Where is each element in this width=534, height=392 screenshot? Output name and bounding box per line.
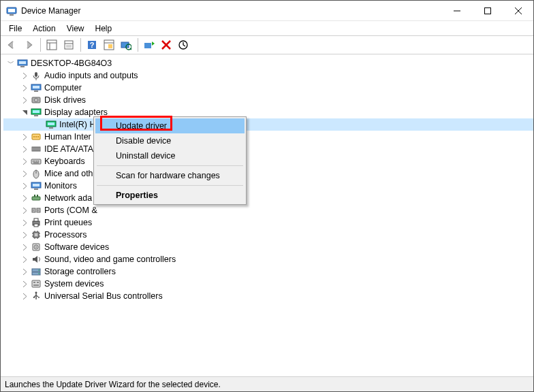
toolbar-separator — [80, 38, 81, 52]
tree-item-label: Keyboards — [44, 155, 85, 167]
tree-item[interactable]: Sound, video and game controllers — [3, 253, 533, 265]
tree-item[interactable]: Storage controllers — [3, 265, 533, 278]
action-button[interactable] — [101, 37, 117, 53]
svg-point-98 — [38, 297, 40, 298]
tree-item-label: Network ada — [44, 192, 92, 204]
tree-item[interactable]: Print queues — [3, 216, 533, 229]
svg-rect-75 — [35, 233, 37, 236]
menu-separator — [97, 165, 243, 166]
svg-rect-97 — [33, 297, 35, 298]
toolbar-separator — [40, 38, 41, 52]
expand-icon[interactable] — [20, 169, 29, 178]
svg-point-45 — [35, 136, 37, 137]
disable-button[interactable] — [175, 37, 191, 53]
software-icon — [31, 242, 42, 252]
display-icon — [31, 107, 42, 118]
tree-item-label: Sound, video and game controllers — [44, 253, 176, 265]
svg-rect-7 — [47, 40, 57, 50]
menu-file[interactable]: File — [3, 22, 27, 35]
tree-item[interactable]: Keyboards — [3, 155, 533, 167]
expand-icon[interactable] — [20, 291, 29, 301]
context-menu-item[interactable]: Update driver — [95, 118, 245, 133]
tree-content[interactable]: ﹀ DESKTOP-4BG84O3 Audio inputs and outpu… — [1, 54, 533, 376]
spacer — [35, 120, 44, 129]
svg-rect-91 — [32, 280, 40, 287]
toolbar-separator — [138, 38, 138, 52]
collapse-icon[interactable] — [20, 108, 29, 117]
tree-item[interactable]: IDE ATA/ATAF — [3, 143, 533, 155]
context-menu-item[interactable]: Scan for hardware changes — [95, 168, 245, 183]
show-hide-tree-button[interactable] — [44, 37, 60, 53]
uninstall-button[interactable] — [158, 37, 174, 53]
menu-action[interactable]: Action — [27, 22, 61, 35]
expand-icon[interactable] — [20, 132, 29, 142]
forward-button[interactable] — [20, 37, 37, 53]
minimize-button[interactable] — [441, 1, 472, 20]
hid-icon — [31, 131, 42, 142]
device-tree[interactable]: ﹀ DESKTOP-4BG84O3 Audio inputs and outpu… — [3, 57, 533, 302]
computer-icon — [17, 58, 28, 69]
tree-item[interactable]: System devices — [3, 278, 533, 290]
tree-item[interactable]: Audio inputs and outputs — [3, 69, 533, 82]
tree-item[interactable]: Network ada — [3, 192, 533, 204]
ports-icon — [31, 205, 42, 216]
sound-icon — [31, 254, 42, 265]
expand-icon[interactable] — [20, 181, 29, 191]
tree-item-label: Software devices — [44, 241, 109, 253]
expand-icon[interactable] — [20, 83, 29, 93]
svg-rect-38 — [33, 110, 40, 113]
menu-help[interactable]: Help — [90, 22, 118, 35]
expand-icon[interactable] — [20, 255, 29, 264]
menu-view[interactable]: View — [61, 22, 90, 35]
expand-icon[interactable] — [20, 144, 29, 154]
svg-rect-22 — [144, 43, 151, 48]
help-button[interactable]: ? — [84, 37, 100, 53]
menubar: File Action View Help — [1, 21, 533, 35]
tree-item[interactable]: Intel(R) HD Graphics 4600 — [3, 118, 533, 131]
tree-item-label: Monitors — [44, 180, 77, 192]
computer-icon — [31, 82, 42, 93]
storage-icon — [31, 266, 42, 277]
device-manager-window: Device Manager File Action View Help ? ﹀ — [0, 0, 534, 392]
svg-rect-94 — [33, 284, 39, 286]
tree-item[interactable]: Ports (COM & — [3, 204, 533, 216]
expand-icon[interactable] — [20, 193, 29, 203]
properties-button[interactable] — [61, 37, 77, 53]
expand-icon[interactable] — [20, 279, 29, 289]
context-menu-item[interactable]: Disable device — [95, 133, 245, 148]
expand-icon[interactable] — [20, 267, 29, 276]
tree-item[interactable]: Universal Serial Bus controllers — [3, 290, 533, 302]
context-menu-item[interactable]: Properties — [95, 188, 245, 203]
close-button[interactable] — [503, 1, 533, 20]
update-driver-button[interactable] — [141, 37, 157, 53]
svg-rect-92 — [33, 282, 35, 283]
expand-icon[interactable] — [20, 95, 29, 105]
disk-icon — [31, 95, 42, 105]
tree-item[interactable]: Computer — [3, 82, 533, 94]
tree-item-label: System devices — [44, 278, 104, 290]
tree-item[interactable]: Disk drives — [3, 94, 533, 106]
scan-hardware-button[interactable] — [118, 37, 134, 53]
tree-item[interactable]: Mice and oth — [3, 167, 533, 180]
expand-icon[interactable] — [20, 230, 29, 240]
tree-root[interactable]: ﹀ DESKTOP-4BG84O3 — [3, 57, 533, 69]
expand-icon[interactable] — [20, 206, 29, 215]
expand-icon[interactable] — [20, 218, 29, 227]
maximize-button[interactable] — [472, 1, 503, 20]
expander-icon[interactable]: ﹀ — [6, 59, 16, 68]
expand-icon[interactable] — [20, 157, 29, 166]
tree-item[interactable]: Human Inter — [3, 131, 533, 143]
svg-rect-57 — [38, 161, 40, 162]
tree-item[interactable]: Software devices — [3, 241, 533, 253]
menu-separator — [97, 185, 243, 186]
titlebar[interactable]: Device Manager — [1, 1, 533, 21]
expand-icon[interactable] — [20, 71, 29, 80]
context-menu-item[interactable]: Uninstall device — [95, 148, 245, 163]
tree-item[interactable]: Processors — [3, 229, 533, 241]
tree-item[interactable]: Monitors — [3, 180, 533, 192]
expand-icon[interactable] — [20, 242, 29, 252]
ide-icon — [31, 144, 42, 154]
tree-item-label: Disk drives — [44, 94, 86, 106]
tree-item[interactable]: Display adapters — [3, 106, 533, 118]
back-button[interactable] — [3, 37, 20, 53]
